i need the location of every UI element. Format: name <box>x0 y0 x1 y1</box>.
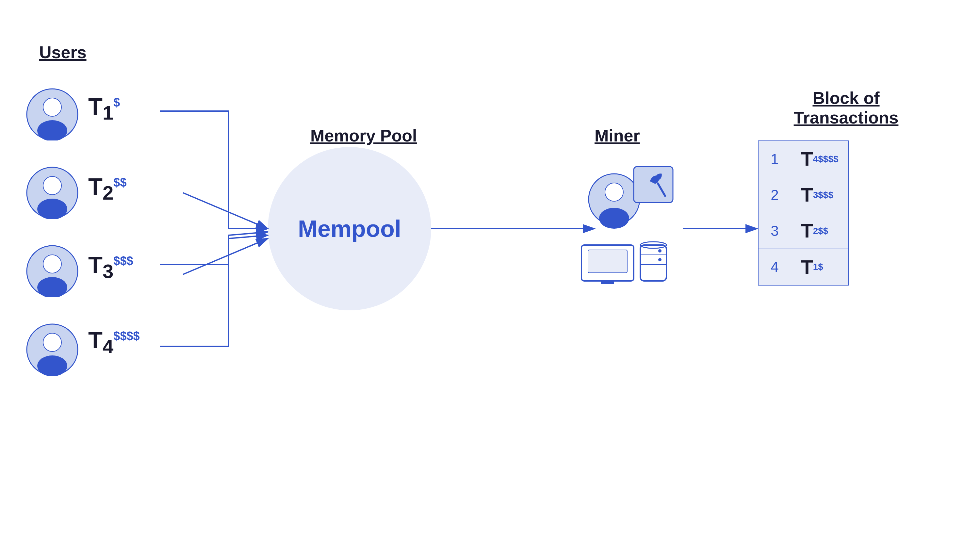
block-num-1: 1 <box>759 141 791 177</box>
svg-point-1 <box>43 98 61 116</box>
svg-rect-19 <box>601 281 614 284</box>
block-label: Block of Transactions <box>778 88 915 127</box>
svg-rect-18 <box>588 250 627 273</box>
tx3-label: T3$$$ <box>88 251 133 283</box>
tx2-label: T2$$ <box>88 173 126 204</box>
mempool-text: Mempool <box>298 215 401 242</box>
block-num-2: 2 <box>759 177 791 213</box>
svg-point-10 <box>43 333 61 352</box>
block-num-3: 3 <box>759 213 791 248</box>
block-table: 1 T4$$$$ 2 T3$$$ 3 T2$$ 4 T1$ <box>758 140 849 285</box>
mempool-circle: Mempool <box>268 147 431 310</box>
diagram-container: Users T1$ T2$$ <box>0 0 980 541</box>
user1-avatar <box>26 88 78 140</box>
users-label: Users <box>39 43 87 62</box>
svg-point-4 <box>43 177 61 195</box>
user3-avatar <box>26 245 78 297</box>
user2-avatar <box>26 167 78 219</box>
block-row-2: 2 T3$$$ <box>759 177 848 213</box>
block-tx-2: T3$$$ <box>791 184 843 206</box>
block-tx-1: T4$$$$ <box>791 148 848 170</box>
svg-point-25 <box>658 249 662 253</box>
miner-section <box>562 147 699 285</box>
svg-point-14 <box>599 208 629 229</box>
svg-point-2 <box>37 120 67 140</box>
svg-rect-15 <box>634 167 673 202</box>
user4-avatar <box>26 323 78 376</box>
svg-point-8 <box>37 277 67 297</box>
svg-point-13 <box>605 183 623 201</box>
tx1-label: T1$ <box>88 93 120 124</box>
block-row-1: 1 T4$$$$ <box>759 141 848 177</box>
block-tx-3: T2$$ <box>791 220 838 242</box>
miner-label: Miner <box>595 126 640 145</box>
svg-rect-21 <box>640 245 667 281</box>
block-row-3: 3 T2$$ <box>759 213 848 249</box>
svg-point-7 <box>43 255 61 273</box>
tx4-label: T4$$$$ <box>88 327 140 358</box>
svg-point-26 <box>658 258 662 261</box>
block-tx-4: T1$ <box>791 256 833 278</box>
block-num-4: 4 <box>759 249 791 285</box>
mempool-label: Memory Pool <box>310 126 417 145</box>
svg-point-11 <box>37 355 67 376</box>
block-row-4: 4 T1$ <box>759 249 848 285</box>
svg-point-5 <box>37 199 67 219</box>
